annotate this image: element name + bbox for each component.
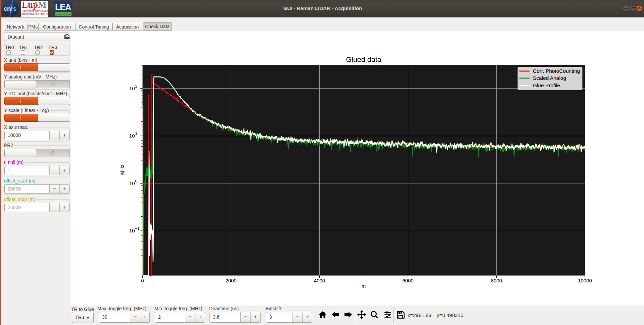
svg-text:6000: 6000 <box>402 278 413 283</box>
svg-text:m: m <box>362 283 366 289</box>
svg-text:Glue Profile: Glue Profile <box>533 83 560 88</box>
svg-text:MHz: MHz <box>119 165 125 175</box>
svg-text:8000: 8000 <box>491 278 502 283</box>
svg-text:0: 0 <box>141 278 144 283</box>
svg-text:10: 10 <box>129 228 135 233</box>
svg-text:Scaled Analog: Scaled Analog <box>533 75 566 81</box>
svg-text:10: 10 <box>129 180 135 186</box>
svg-text:−1: −1 <box>135 226 140 230</box>
svg-text:2: 2 <box>135 84 137 88</box>
svg-text:4000: 4000 <box>314 278 325 283</box>
svg-text:1: 1 <box>135 131 137 136</box>
svg-text:10: 10 <box>129 86 135 91</box>
svg-text:2000: 2000 <box>225 278 236 283</box>
svg-text:Glued data: Glued data <box>346 56 381 64</box>
svg-text:Corr. PhotoCounting: Corr. PhotoCounting <box>533 68 580 74</box>
svg-text:10000: 10000 <box>578 278 592 283</box>
svg-text:10: 10 <box>129 133 135 139</box>
svg-text:0: 0 <box>135 179 137 183</box>
